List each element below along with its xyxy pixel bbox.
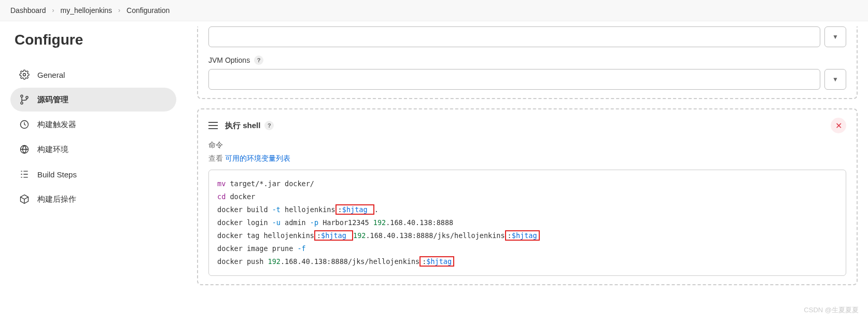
command-label: 命令 [208,141,846,150]
svg-point-0 [23,74,26,76]
sidebar-item-label: 构建触发器 [37,120,76,130]
sidebar-item-label: General [37,71,65,79]
sidebar-item-label: 源码管理 [37,95,68,105]
help-icon[interactable]: ? [254,55,263,65]
sidebar-item-triggers[interactable]: 构建触发器 [10,113,176,136]
breadcrumb-item-configuration[interactable]: Configuration [127,6,170,15]
close-icon: ✕ [835,121,842,131]
shell-command-textarea[interactable]: mv target/*.jar docker/ cd docker docker… [208,170,846,276]
build-options-panel: ▼ JVM Options ? ▼ [197,26,858,99]
options-dropdown-button[interactable]: ▼ [824,26,846,47]
shell-step-title: 执行 shell [225,121,260,131]
breadcrumb-item-project[interactable]: my_hellojenkins [61,6,113,15]
shell-step-panel: 执行 shell ? ✕ 命令 查看 可用的环境变量列表 mv target/*… [197,108,858,285]
jvm-options-label: JVM Options ? [208,55,846,65]
sidebar: Configure General 源码管理 构建触发器 构建环境 [0,21,187,305]
cube-icon [19,193,30,205]
env-vars-link-row: 查看 可用的环境变量列表 [208,154,846,163]
branch-icon [19,94,30,105]
jvm-options-input[interactable] [208,69,820,90]
sidebar-item-environment[interactable]: 构建环境 [10,137,176,161]
chevron-right-icon: › [52,7,54,14]
svg-point-2 [21,102,23,104]
breadcrumb: Dashboard › my_hellojenkins › Configurat… [0,0,868,21]
sidebar-item-label: 构建后操作 [37,194,76,204]
sidebar-item-scm[interactable]: 源码管理 [10,88,176,112]
main-content: ▼ JVM Options ? ▼ 执行 shell ? [187,21,868,305]
remove-step-button[interactable]: ✕ [831,118,846,133]
page-title: Configure [15,32,176,48]
env-vars-link[interactable]: 可用的环境变量列表 [225,154,290,162]
sidebar-item-post-build[interactable]: 构建后操作 [10,187,176,211]
clock-icon [19,119,30,130]
sidebar-item-general[interactable]: General [10,63,176,87]
options-input[interactable] [208,26,820,47]
svg-point-1 [21,95,23,97]
chevron-right-icon: › [118,7,120,14]
svg-point-3 [26,96,28,99]
sidebar-item-build-steps[interactable]: Build Steps [10,162,176,186]
chevron-down-icon: ▼ [832,76,838,83]
breadcrumb-item-dashboard[interactable]: Dashboard [10,6,46,15]
drag-handle-icon[interactable] [208,122,218,129]
globe-icon [19,144,30,155]
sidebar-item-label: Build Steps [37,170,77,179]
sidebar-item-label: 构建环境 [37,145,68,155]
gear-icon [19,69,30,80]
jvm-options-dropdown-button[interactable]: ▼ [824,69,846,90]
chevron-down-icon: ▼ [832,33,838,40]
steps-icon [19,169,30,180]
help-icon[interactable]: ? [264,121,274,130]
